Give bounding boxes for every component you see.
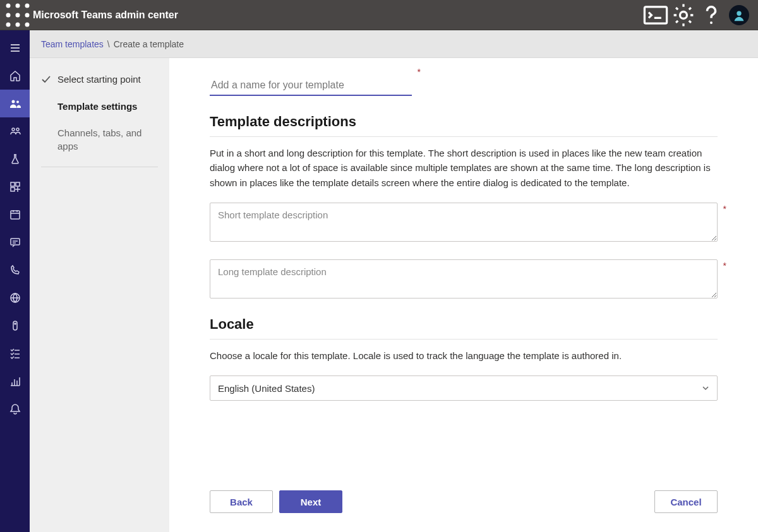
section-divider [210,136,718,137]
back-button[interactable]: Back [210,490,273,513]
question-icon [697,1,725,29]
descriptions-help-text: Put in a short and long description for … [210,146,715,190]
app-launcher-button[interactable] [5,0,30,30]
bell-icon [9,403,21,415]
calendar-icon [9,208,21,221]
settings-button[interactable] [670,0,697,30]
svg-point-16 [12,128,15,131]
nav-devices[interactable] [0,145,30,173]
main-area: Team templates \ Create a template Selec… [30,30,758,532]
globe-icon [9,292,21,304]
svg-point-6 [6,22,11,27]
chevron-down-icon [702,383,709,394]
next-button[interactable]: Next [279,490,342,513]
checklist-icon [9,347,21,360]
svg-point-11 [710,21,713,24]
svg-rect-9 [644,6,666,23]
svg-point-14 [11,100,15,103]
descriptions-heading: Template descriptions [210,114,718,130]
nav-messaging[interactable] [0,228,30,256]
step-select-starting-point[interactable]: Select starting point [41,73,158,86]
console-button[interactable] [642,0,670,30]
step-label: Channels, tabs, and apps [57,127,158,153]
svg-rect-18 [11,182,15,186]
nav-locations[interactable] [0,284,30,312]
step-channels-tabs-apps[interactable]: Channels, tabs, and apps [41,127,158,153]
nav-meetings[interactable] [0,201,30,228]
menu-icon [9,42,21,54]
svg-point-15 [16,101,19,103]
nav-home[interactable] [0,62,30,90]
waffle-icon [5,3,30,28]
svg-point-5 [25,13,30,17]
svg-point-13 [737,11,741,15]
svg-rect-19 [16,182,20,186]
svg-point-17 [16,128,19,131]
help-button[interactable] [697,0,725,30]
breadcrumb-separator: \ [107,39,110,49]
breadcrumb-parent-link[interactable]: Team templates [41,39,104,49]
chat-icon [9,236,21,249]
locale-heading: Locale [210,316,718,333]
check-icon [41,74,51,86]
required-marker: * [418,67,421,77]
svg-rect-20 [11,187,15,191]
locale-help-text: Choose a locale for this template. Local… [210,348,715,363]
step-label: Template settings [57,100,137,113]
svg-point-2 [25,3,30,8]
nav-teams[interactable] [0,90,30,117]
wizard-footer: Back Next Cancel [210,475,718,532]
svg-point-1 [16,3,20,8]
svg-point-4 [16,13,20,17]
app-title: Microsoft Teams admin center [33,9,178,21]
nav-users[interactable] [0,117,30,145]
svg-point-0 [6,3,11,8]
teams-icon [9,97,21,110]
svg-point-3 [6,13,11,17]
nav-apps[interactable] [0,173,30,201]
nav-rail [0,30,30,532]
flask-icon [9,153,21,165]
svg-point-10 [680,11,687,18]
steps-sidebar: Select starting point Template settings … [30,58,169,532]
cancel-button[interactable]: Cancel [654,490,718,513]
breadcrumb: Team templates \ Create a template [30,30,758,58]
avatar-icon [732,8,746,22]
short-description-input[interactable] [210,203,718,242]
svg-point-25 [15,323,16,324]
svg-point-7 [16,22,20,27]
svg-point-8 [25,22,30,27]
svg-rect-21 [11,211,20,219]
svg-rect-22 [11,239,20,245]
gear-icon [670,1,697,29]
nav-policy[interactable] [0,312,30,340]
locale-select[interactable]: English (United States) [210,375,718,401]
analytics-icon [9,375,21,387]
required-marker: * [723,204,726,214]
account-avatar[interactable] [729,5,749,25]
template-name-input[interactable] [210,76,412,96]
step-template-settings[interactable]: Template settings [41,100,158,113]
step-label: Select starting point [57,73,141,86]
nav-voice[interactable] [0,256,30,284]
nav-planning[interactable] [0,340,30,367]
svg-rect-24 [13,321,17,330]
nav-notifications[interactable] [0,395,30,423]
locale-selected-value: English (United States) [218,383,315,394]
nav-analytics[interactable] [0,367,30,395]
console-icon [642,1,670,29]
phone-icon [9,264,21,276]
form-panel: * Template descriptions Put in a short a… [169,58,758,532]
policy-icon [9,319,21,332]
long-description-input[interactable] [210,259,718,299]
section-divider [210,339,718,340]
top-bar: Microsoft Teams admin center [0,0,758,30]
users-icon [9,125,21,138]
required-marker: * [723,261,726,271]
breadcrumb-current: Create a template [114,39,184,49]
apps-icon [9,180,21,193]
steps-divider [41,167,158,167]
nav-hamburger[interactable] [0,34,30,62]
home-icon [9,69,21,82]
